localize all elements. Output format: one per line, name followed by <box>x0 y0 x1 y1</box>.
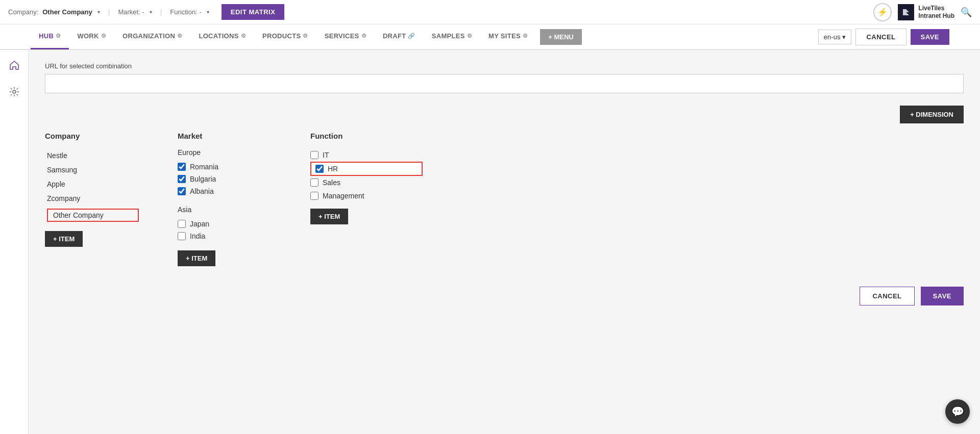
brand-name: LiveTiles Intranet Hub <box>918 5 954 19</box>
it-label: IT <box>323 151 329 159</box>
products-nav-icon: ⚙ <box>303 33 308 39</box>
locations-nav-icon: ⚙ <box>241 33 246 39</box>
function-add-item-button[interactable]: + ITEM <box>310 209 348 224</box>
romania-label: Romania <box>190 163 218 171</box>
hr-label: HR <box>328 165 338 173</box>
market-item-japan: Japan <box>178 218 290 230</box>
function-column-title: Function <box>310 132 423 140</box>
asia-group-title: Asia <box>178 206 290 214</box>
nav-item-locations[interactable]: LOCATIONS ⚙ <box>190 24 254 49</box>
market-group-europe: Europe Romania Bulgaria Albania <box>178 148 290 197</box>
samples-nav-icon: ⚙ <box>467 33 472 39</box>
market-column: Market Europe Romania Bulgaria Albania <box>178 132 290 266</box>
management-label: Management <box>323 192 364 200</box>
function-item-hr: HR <box>310 162 423 176</box>
albania-label: Albania <box>190 187 214 195</box>
save-button-bottom[interactable]: SAVE <box>921 287 964 305</box>
nav-right: en-us ▾ CANCEL SAVE <box>818 29 949 45</box>
list-item[interactable]: Nestle <box>45 148 157 163</box>
function-dropdown-arrow[interactable]: ▾ <box>207 9 209 15</box>
lang-dropdown-arrow: ▾ <box>842 33 846 41</box>
nav-item-products[interactable]: PRODUCTS ⚙ <box>254 24 316 49</box>
main-layout: URL for selected combination + DIMENSION… <box>0 50 980 434</box>
it-checkbox[interactable] <box>310 151 318 159</box>
function-item-management: Management <box>310 189 423 202</box>
lightning-icon[interactable]: ⚡ <box>873 3 892 21</box>
list-item[interactable]: Zcompany <box>45 191 157 206</box>
my-sites-nav-icon: ⚙ <box>523 33 528 39</box>
language-selector[interactable]: en-us ▾ <box>818 30 852 44</box>
hub-nav-icon: ⚙ <box>56 33 61 39</box>
company-label: Company: <box>8 8 38 16</box>
nav-item-organization[interactable]: ORGANIZATION ⚙ <box>114 24 190 49</box>
main-content: URL for selected combination + DIMENSION… <box>29 50 980 434</box>
europe-group-title: Europe <box>178 148 290 157</box>
market-dropdown-arrow[interactable]: ▾ <box>150 9 152 15</box>
company-column: Company Nestle Samsung Apple Zcompany Ot… <box>45 132 157 247</box>
japan-label: Japan <box>190 220 209 228</box>
top-bar-left: Company: Other Company ▾ | Market: - ▾ |… <box>8 4 873 20</box>
selected-company-outline: Other Company <box>47 209 139 222</box>
market-label: Market: - <box>118 8 144 16</box>
url-input[interactable] <box>45 74 964 93</box>
cancel-button-bottom[interactable]: CANCEL <box>860 287 914 305</box>
url-section: URL for selected combination <box>45 62 964 93</box>
bulgaria-label: Bulgaria <box>190 175 216 183</box>
nav-item-draft[interactable]: DRAFT 🔗 <box>375 24 424 49</box>
cancel-button-nav[interactable]: CANCEL <box>855 29 906 45</box>
india-label: India <box>190 232 205 240</box>
brand-logo: LiveTiles Intranet Hub <box>898 4 954 20</box>
draft-nav-icon: 🔗 <box>408 33 415 39</box>
list-item[interactable]: Apple <box>45 177 157 191</box>
nav-item-my-sites[interactable]: MY SITES ⚙ <box>480 24 536 49</box>
market-item-india: India <box>178 230 290 242</box>
sales-label: Sales <box>323 178 340 187</box>
japan-checkbox[interactable] <box>178 220 186 228</box>
function-label: Function: - <box>170 8 201 16</box>
nav-item-work[interactable]: WORK ⚙ <box>69 24 114 49</box>
list-item-other-company[interactable]: Other Company <box>45 206 157 225</box>
hr-checkbox[interactable] <box>315 165 324 173</box>
market-item-bulgaria: Bulgaria <box>178 173 290 185</box>
nav-bar: HUB ⚙ WORK ⚙ ORGANIZATION ⚙ LOCATIONS ⚙ … <box>0 24 980 50</box>
sidebar-icon-home[interactable] <box>5 56 23 74</box>
columns-row: Company Nestle Samsung Apple Zcompany Ot… <box>45 132 964 266</box>
search-icon[interactable]: 🔍 <box>961 7 972 18</box>
company-dropdown-arrow[interactable]: ▾ <box>97 9 100 15</box>
services-nav-icon: ⚙ <box>361 33 366 39</box>
list-item[interactable]: Samsung <box>45 163 157 177</box>
url-label: URL for selected combination <box>45 62 964 70</box>
edit-matrix-button[interactable]: EDIT MATRIX <box>222 4 285 20</box>
management-checkbox[interactable] <box>310 192 318 200</box>
work-nav-icon: ⚙ <box>101 33 106 39</box>
function-item-sales: Sales <box>310 176 423 189</box>
top-bar-right: ⚡ LiveTiles Intranet Hub 🔍 <box>873 3 972 21</box>
bottom-actions: CANCEL SAVE <box>45 287 964 316</box>
romania-checkbox[interactable] <box>178 163 186 171</box>
function-column: Function IT HR Sales Management + <box>310 132 423 224</box>
market-column-title: Market <box>178 132 290 140</box>
dimension-header: + DIMENSION <box>45 106 964 123</box>
market-item-romania: Romania <box>178 161 290 173</box>
svg-point-1 <box>13 90 16 93</box>
nav-menu-button[interactable]: + MENU <box>540 29 581 45</box>
function-item-it: IT <box>310 148 423 162</box>
albania-checkbox[interactable] <box>178 187 186 195</box>
nav-item-services[interactable]: SERVICES ⚙ <box>316 24 375 49</box>
sidebar <box>0 50 29 434</box>
brand-logo-icon <box>898 4 914 20</box>
market-add-item-button[interactable]: + ITEM <box>178 250 215 266</box>
sales-checkbox[interactable] <box>310 178 318 187</box>
nav-item-samples[interactable]: SAMPLES ⚙ <box>424 24 480 49</box>
top-bar: Company: Other Company ▾ | Market: - ▾ |… <box>0 0 980 24</box>
bulgaria-checkbox[interactable] <box>178 175 186 183</box>
nav-item-hub[interactable]: HUB ⚙ <box>31 24 69 49</box>
chat-fab-button[interactable]: 💬 <box>945 399 970 424</box>
market-group-asia: Asia Japan India <box>178 206 290 242</box>
company-add-item-button[interactable]: + ITEM <box>45 231 83 247</box>
add-dimension-button[interactable]: + DIMENSION <box>900 106 964 123</box>
save-button-nav[interactable]: SAVE <box>911 29 949 45</box>
sidebar-icon-settings[interactable] <box>5 83 23 101</box>
india-checkbox[interactable] <box>178 232 186 240</box>
org-nav-icon: ⚙ <box>177 33 182 39</box>
